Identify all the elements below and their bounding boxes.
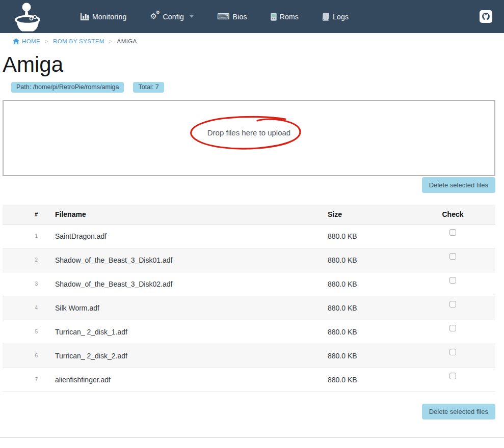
header-index: # bbox=[3, 205, 51, 225]
badges-row: Path: /home/pi/RetroPie/roms/amiga Total… bbox=[11, 82, 495, 93]
nav-label: Logs bbox=[333, 13, 349, 21]
dropzone-message: Drop files here to upload bbox=[207, 128, 290, 137]
nav-label: Bios bbox=[233, 13, 247, 21]
total-badge: Total: 7 bbox=[133, 82, 164, 93]
table-row: 3 Shadow_of_the_Beast_3_Disk02.adf 880.0… bbox=[3, 272, 495, 296]
joystick-logo-icon bbox=[13, 2, 42, 32]
row-check-cell bbox=[429, 320, 495, 344]
row-checkbox[interactable] bbox=[449, 277, 456, 284]
row-check-cell bbox=[429, 224, 495, 248]
book-icon bbox=[322, 13, 330, 21]
path-badge: Path: /home/pi/RetroPie/roms/amiga bbox=[11, 82, 124, 93]
github-icon bbox=[480, 10, 492, 23]
github-link[interactable] bbox=[480, 10, 492, 23]
delete-selected-button-top[interactable]: Delete selected files bbox=[422, 177, 495, 193]
row-size: 880.0 KB bbox=[320, 224, 429, 248]
home-icon bbox=[13, 38, 19, 44]
handheld-console-icon bbox=[271, 13, 277, 21]
row-filename: Silk Worm.adf bbox=[51, 296, 320, 320]
breadcrumb-item-current: AMIGA bbox=[117, 38, 137, 44]
keyboard-icon: ⌨ bbox=[217, 13, 230, 21]
row-checkbox[interactable] bbox=[449, 301, 456, 307]
row-checkbox[interactable] bbox=[449, 253, 456, 260]
nav-menu: Monitoring ⚙⚙ Config ⌨ Bios Roms Lo bbox=[69, 12, 360, 21]
row-index: 1 bbox=[3, 224, 51, 248]
table-header: # Filename Size Check bbox=[3, 205, 495, 225]
files-table: # Filename Size Check 1 SaintDragon.adf … bbox=[3, 205, 495, 392]
row-check-cell bbox=[429, 344, 495, 368]
nav-item-config[interactable]: ⚙⚙ Config bbox=[138, 12, 205, 21]
row-size: 880.0 KB bbox=[320, 248, 429, 272]
table-row: 2 Shadow_of_the_Beast_3_Disk01.adf 880.0… bbox=[3, 248, 495, 272]
breadcrumb-separator: > bbox=[109, 38, 113, 44]
breadcrumb-separator: > bbox=[45, 38, 48, 44]
row-check-cell bbox=[429, 296, 495, 320]
file-dropzone[interactable]: Drop files here to upload bbox=[3, 100, 495, 176]
row-index: 2 bbox=[3, 248, 51, 272]
row-size: 880.0 KB bbox=[320, 368, 429, 391]
row-filename: Shadow_of_the_Beast_3_Disk01.adf bbox=[51, 248, 320, 272]
row-check-cell bbox=[429, 248, 495, 272]
navbar: Monitoring ⚙⚙ Config ⌨ Bios Roms Lo bbox=[0, 0, 504, 33]
row-size: 880.0 KB bbox=[320, 296, 429, 320]
row-filename: alienfishfinger.adf bbox=[51, 368, 320, 391]
row-checkbox[interactable] bbox=[449, 325, 456, 331]
row-size: 880.0 KB bbox=[320, 344, 429, 368]
table-row: 7 alienfishfinger.adf 880.0 KB bbox=[3, 368, 495, 391]
row-filename: Turrican_ 2_disk_2.adf bbox=[51, 344, 320, 368]
table-row: 1 SaintDragon.adf 880.0 KB bbox=[3, 224, 495, 248]
footer-divider bbox=[0, 437, 504, 438]
row-index: 6 bbox=[3, 344, 51, 368]
row-filename: Turrican_ 2_disk_1.adf bbox=[51, 320, 320, 344]
nav-item-bios[interactable]: ⌨ Bios bbox=[205, 13, 259, 21]
row-check-cell bbox=[429, 272, 495, 296]
row-filename: SaintDragon.adf bbox=[51, 224, 320, 248]
row-size: 880.0 KB bbox=[320, 272, 429, 296]
page-title: Amiga bbox=[3, 53, 495, 76]
nav-item-roms[interactable]: Roms bbox=[259, 13, 310, 21]
breadcrumb-item-home[interactable]: HOME bbox=[13, 38, 40, 44]
gears-icon: ⚙⚙ bbox=[150, 12, 160, 21]
breadcrumb-item-rom-by-system[interactable]: ROM BY SYSTEM bbox=[53, 38, 104, 44]
nav-item-monitoring[interactable]: Monitoring bbox=[69, 13, 138, 21]
header-size: Size bbox=[320, 205, 429, 225]
red-circle-annotation bbox=[4, 101, 494, 175]
row-checkbox[interactable] bbox=[449, 373, 456, 379]
breadcrumb: HOME > ROM BY SYSTEM > AMIGA bbox=[3, 33, 495, 47]
row-index: 5 bbox=[3, 320, 51, 344]
row-check-cell bbox=[429, 368, 495, 391]
caret-down-icon bbox=[190, 15, 194, 18]
nav-label: Config bbox=[163, 13, 184, 21]
row-size: 880.0 KB bbox=[320, 320, 429, 344]
delete-selected-button-bottom[interactable]: Delete selected files bbox=[422, 404, 495, 419]
row-index: 7 bbox=[3, 368, 51, 391]
nav-item-logs[interactable]: Logs bbox=[310, 13, 360, 21]
table-row: 6 Turrican_ 2_disk_2.adf 880.0 KB bbox=[3, 344, 495, 368]
table-row: 4 Silk Worm.adf 880.0 KB bbox=[3, 296, 495, 320]
row-checkbox[interactable] bbox=[449, 229, 456, 236]
nav-label: Roms bbox=[280, 13, 299, 21]
header-filename: Filename bbox=[51, 205, 320, 225]
bar-chart-icon bbox=[81, 13, 89, 20]
brand-link[interactable] bbox=[13, 2, 42, 32]
row-checkbox[interactable] bbox=[449, 349, 456, 355]
row-index: 4 bbox=[3, 296, 51, 320]
nav-label: Monitoring bbox=[92, 13, 126, 21]
table-row: 5 Turrican_ 2_disk_1.adf 880.0 KB bbox=[3, 320, 495, 344]
header-check: Check bbox=[429, 205, 495, 225]
row-filename: Shadow_of_the_Beast_3_Disk02.adf bbox=[51, 272, 320, 296]
row-index: 3 bbox=[3, 272, 51, 296]
